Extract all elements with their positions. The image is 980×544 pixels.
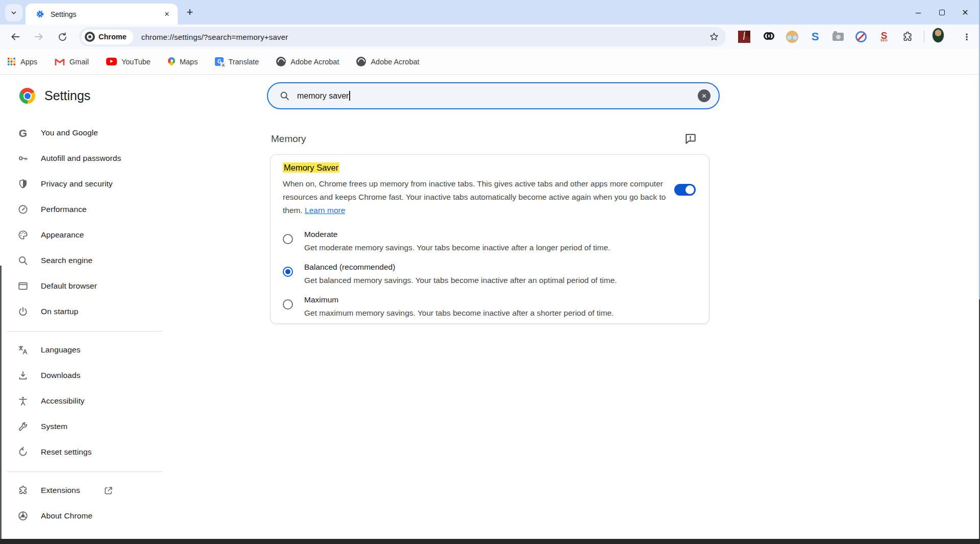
chrome-mono-icon bbox=[85, 32, 95, 42]
extension-blue-s-icon[interactable]: S bbox=[809, 31, 821, 43]
sidebar-item-system[interactable]: System bbox=[0, 414, 162, 439]
sidebar-item-default-browser[interactable]: Default browser bbox=[0, 273, 162, 299]
refresh-button[interactable] bbox=[55, 30, 69, 44]
sidebar-item-reset-settings[interactable]: Reset settings bbox=[0, 439, 162, 465]
window-maximize-button[interactable] bbox=[930, 2, 953, 22]
extensions-puzzle-icon[interactable] bbox=[901, 31, 914, 43]
browser-window: Settings ✕ + – ✕ Chrome chrome://setting… bbox=[0, 0, 980, 544]
bookmark-adobe-acrobat-1[interactable]: Adobe Acrobat bbox=[276, 57, 339, 66]
sidebar-item-label: Extensions bbox=[41, 486, 80, 495]
browser-menu-button[interactable]: ⋮ bbox=[961, 31, 973, 43]
chrome-logo-icon bbox=[19, 88, 35, 104]
bookmark-label: Maps bbox=[180, 58, 198, 66]
languages-icon bbox=[17, 344, 29, 356]
bookmark-label: YouTube bbox=[121, 58, 151, 66]
profile-avatar[interactable] bbox=[932, 29, 944, 41]
radio-button[interactable] bbox=[283, 299, 293, 310]
option-label: Maximum bbox=[304, 294, 614, 305]
bookmark-label: Adobe Acrobat bbox=[371, 58, 419, 66]
sidebar-item-search-engine[interactable]: Search engine bbox=[0, 248, 162, 273]
extension-blocked-icon[interactable] bbox=[855, 31, 867, 43]
sidebar-item-languages[interactable]: Languages bbox=[0, 337, 162, 363]
google-g-icon: G bbox=[17, 127, 29, 138]
sidebar-item-label: Reset settings bbox=[41, 447, 92, 457]
sidebar-item-accessibility[interactable]: Accessibility bbox=[0, 388, 162, 414]
chevron-down-icon bbox=[10, 9, 18, 17]
translate-badge-icon: G bbox=[215, 57, 224, 66]
bookmark-maps[interactable]: Maps bbox=[168, 58, 198, 66]
sidebar-item-downloads[interactable]: Downloads bbox=[0, 363, 162, 388]
option-balanced[interactable]: Balanced (recommended) Get balanced memo… bbox=[283, 258, 697, 291]
tab-settings[interactable]: Settings ✕ bbox=[26, 4, 178, 25]
magnifier-icon bbox=[17, 255, 29, 266]
sidebar-item-label: About Chrome bbox=[41, 511, 92, 521]
memory-section-header: Memory bbox=[271, 132, 697, 146]
radio-button[interactable] bbox=[283, 267, 293, 277]
power-icon bbox=[17, 306, 29, 317]
sidebar-item-label: Performance bbox=[41, 205, 87, 214]
url-text[interactable]: chrome://settings/?search=memory+saver bbox=[141, 33, 708, 41]
page-title: Settings bbox=[44, 88, 90, 103]
bookmark-youtube[interactable]: YouTube bbox=[106, 58, 151, 66]
option-moderate[interactable]: Moderate Get moderate memory savings. Yo… bbox=[283, 225, 697, 258]
extension-face-icon[interactable] bbox=[786, 31, 798, 43]
maps-pin-icon bbox=[166, 56, 177, 66]
radio-button[interactable] bbox=[283, 234, 293, 244]
sidebar-item-label: Autofill and passwords bbox=[41, 154, 121, 163]
bookmark-label: Translate bbox=[228, 58, 259, 66]
sidebar-item-performance[interactable]: Performance bbox=[0, 197, 162, 222]
bookmark-star-icon[interactable] bbox=[708, 31, 720, 42]
option-label: Balanced (recommended) bbox=[304, 262, 617, 273]
address-bar[interactable]: Chrome chrome://settings/?search=memory+… bbox=[79, 27, 726, 46]
tab-search-button[interactable] bbox=[5, 4, 22, 21]
extension-seo-icon[interactable]: SSEO bbox=[878, 31, 890, 43]
sidebar-item-privacy[interactable]: Privacy and security bbox=[0, 171, 162, 197]
accessibility-icon bbox=[17, 395, 29, 407]
back-button[interactable] bbox=[8, 30, 22, 44]
sidebar-item-autofill[interactable]: Autofill and passwords bbox=[0, 146, 162, 171]
bookmark-apps[interactable]: Apps bbox=[7, 57, 37, 66]
bookmark-adobe-acrobat-2[interactable]: Adobe Acrobat bbox=[356, 57, 419, 66]
bookmark-gmail[interactable]: Gmail bbox=[55, 58, 89, 66]
download-icon bbox=[17, 370, 29, 381]
new-tab-button[interactable]: + bbox=[183, 5, 197, 19]
window-close-button[interactable]: ✕ bbox=[953, 2, 977, 22]
settings-search-input[interactable]: memory saver ✕ bbox=[267, 82, 720, 109]
section-title: Memory bbox=[271, 133, 306, 145]
memory-saver-toggle[interactable] bbox=[674, 184, 696, 196]
acrobat-icon bbox=[356, 57, 366, 66]
bookmarks-bar: Apps Gmail YouTube Maps G Translate Adob… bbox=[0, 49, 980, 75]
memory-saver-description: When on, Chrome frees up memory from ina… bbox=[283, 177, 672, 217]
sidebar-item-label: Appearance bbox=[41, 230, 84, 240]
sidebar-item-on-startup[interactable]: On startup bbox=[0, 299, 162, 324]
clear-search-button[interactable]: ✕ bbox=[698, 89, 710, 102]
shield-icon bbox=[17, 178, 29, 190]
tab-strip: Settings ✕ + – ✕ bbox=[0, 0, 980, 25]
sidebar-item-extensions[interactable]: Extensions bbox=[0, 478, 162, 503]
tab-close-icon[interactable]: ✕ bbox=[161, 9, 173, 20]
sidebar-item-appearance[interactable]: Appearance bbox=[0, 222, 162, 248]
feedback-icon[interactable] bbox=[683, 132, 697, 146]
window-minimize-button[interactable]: – bbox=[906, 2, 930, 22]
youtube-icon bbox=[106, 58, 117, 65]
memory-saver-card: Memory Saver When on, Chrome frees up me… bbox=[270, 154, 709, 324]
sidebar-item-label: Downloads bbox=[41, 371, 81, 380]
bookmark-translate[interactable]: G Translate bbox=[215, 57, 259, 66]
site-info-chip[interactable]: Chrome bbox=[82, 30, 133, 44]
gmail-icon bbox=[55, 58, 65, 66]
extension-red-image-icon[interactable] bbox=[738, 31, 750, 43]
sidebar-item-label: System bbox=[41, 422, 67, 431]
extension-rings-icon[interactable] bbox=[763, 31, 775, 43]
sidebar-divider bbox=[7, 471, 162, 472]
key-icon bbox=[17, 153, 29, 164]
forward-button[interactable] bbox=[32, 30, 46, 44]
toolbar-divider bbox=[924, 31, 924, 43]
sidebar-item-you-and-google[interactable]: G You and Google bbox=[0, 120, 162, 146]
option-maximum[interactable]: Maximum Get maximum memory savings. Your… bbox=[283, 291, 697, 323]
search-highlight: Memory Saver bbox=[283, 162, 339, 173]
extension-camera-icon[interactable] bbox=[832, 31, 844, 43]
learn-more-link[interactable]: Learn more bbox=[305, 206, 345, 215]
window-bottom-edge bbox=[0, 539, 980, 544]
sidebar-item-about-chrome[interactable]: About Chrome bbox=[0, 503, 162, 529]
option-label: Moderate bbox=[304, 229, 610, 240]
